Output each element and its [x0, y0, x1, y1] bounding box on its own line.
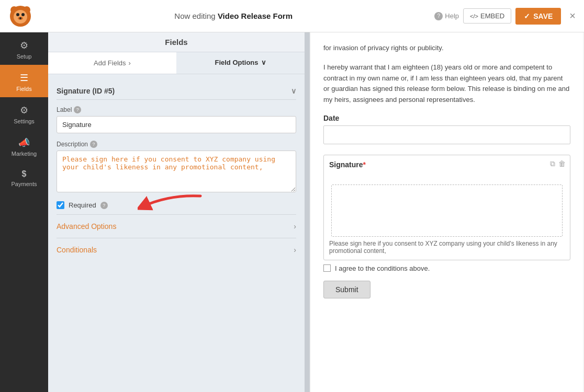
setup-icon: ⚙ — [20, 40, 28, 51]
conditionals-label: Conditionals — [57, 246, 97, 254]
required-checkbox[interactable] — [57, 201, 64, 209]
svg-point-5 — [21, 13, 25, 16]
sidebar-label-fields: Fields — [16, 86, 31, 92]
description-textarea[interactable]: Please sign here if you consent to XYZ c… — [57, 151, 296, 192]
label-field-group: Label ? — [57, 106, 296, 133]
save-button[interactable]: ✓ SAVE — [515, 8, 561, 25]
signature-section-header: Signature (ID #5) ∨ — [57, 83, 296, 100]
main-layout: ⚙ Setup ☰ Fields ⚙ Settings 📣 Marketing … — [0, 32, 584, 392]
preview-agree-checkbox[interactable] — [323, 264, 331, 272]
tab-field-options[interactable]: Field Options ∨ — [176, 52, 305, 74]
save-label: SAVE — [533, 12, 553, 20]
sidebar-label-marketing: Marketing — [12, 151, 37, 157]
sidebar-item-setup[interactable]: ⚙ Setup — [0, 32, 48, 65]
fields-header-title: Fields — [165, 38, 187, 47]
close-button[interactable]: × — [569, 10, 576, 22]
trash-icon[interactable]: 🗑 — [558, 159, 566, 168]
header-title: Now editing Video Release Form — [32, 11, 434, 20]
sidebar-item-fields[interactable]: ☰ Fields — [0, 65, 48, 97]
preview-signature-description: Please sign here if you consent to XYZ c… — [329, 240, 565, 255]
logo-bear — [8, 4, 32, 28]
required-checkbox-row: Required ? — [57, 201, 296, 209]
preview-submit-button[interactable]: Submit — [323, 281, 370, 298]
help-icon: ? — [434, 12, 443, 20]
copy-icon[interactable]: ⧉ — [550, 159, 555, 168]
required-help-icon[interactable]: ? — [100, 202, 108, 209]
preview-date-field: Date — [323, 114, 570, 144]
panel-divider[interactable] — [305, 32, 310, 392]
conditionals-toggle[interactable]: Conditionals › — [57, 246, 296, 254]
form-preview-inner: for invasion of privacy rights or public… — [311, 32, 583, 392]
settings-icon: ⚙ — [20, 105, 28, 116]
form-name: Video Release Form — [218, 11, 293, 20]
fields-icon: ☰ — [20, 72, 28, 84]
conditionals-chevron-icon: › — [294, 246, 296, 254]
tab-field-options-icon: ∨ — [261, 59, 266, 66]
label-text: Label — [57, 106, 72, 113]
signature-chevron-icon[interactable]: ∨ — [291, 87, 296, 95]
help-label: Help — [445, 12, 459, 20]
required-checkbox-label: Required — [69, 201, 96, 209]
header-right: ? Help </> EMBED ✓ SAVE × — [434, 8, 576, 25]
marketing-icon: 📣 — [18, 137, 30, 148]
embed-button[interactable]: </> EMBED — [463, 8, 511, 24]
payments-icon: $ — [22, 169, 27, 179]
sidebar-label-payments: Payments — [12, 181, 37, 187]
label-field-label: Label ? — [57, 106, 296, 113]
label-help-icon[interactable]: ? — [74, 106, 81, 113]
preview-agree-text: I agree to the conditions above. — [335, 264, 430, 272]
tab-field-options-label: Field Options — [215, 59, 258, 66]
description-field-group: Description ? Please sign here if you co… — [57, 141, 296, 194]
preview-signature-box: Signature* ⧉ 🗑 Please sign here if you c… — [323, 155, 570, 260]
form-preview: for invasion of privacy rights or public… — [310, 32, 584, 392]
preview-signature-draw-area[interactable] — [331, 185, 563, 237]
sidebar-nav: ⚙ Setup ☰ Fields ⚙ Settings 📣 Marketing … — [0, 32, 48, 392]
preview-agree-row: I agree to the conditions above. — [323, 264, 570, 272]
svg-point-4 — [16, 13, 19, 16]
conditionals-section: Conditionals › — [57, 238, 296, 261]
fields-panel: Fields Add Fields › Field Options ∨ Sign… — [48, 32, 305, 392]
preview-date-label: Date — [323, 114, 570, 122]
tab-add-fields[interactable]: Add Fields › — [48, 52, 176, 74]
embed-label: EMBED — [480, 12, 504, 20]
top-header: Now editing Video Release Form ? Help </… — [0, 0, 584, 32]
preview-signature-label-text: Signature* — [329, 160, 565, 169]
advanced-options-chevron-icon: › — [294, 222, 296, 230]
sidebar-label-setup: Setup — [17, 53, 32, 60]
description-help-icon[interactable]: ? — [90, 141, 97, 148]
preview-date-input[interactable] — [323, 125, 570, 144]
sidebar-item-marketing[interactable]: 📣 Marketing — [0, 130, 48, 162]
advanced-options-toggle[interactable]: Advanced Options › — [57, 222, 296, 230]
label-input[interactable] — [57, 116, 296, 133]
advanced-options-label: Advanced Options — [57, 222, 116, 230]
description-text: Description — [57, 141, 88, 148]
tab-add-fields-icon: › — [129, 59, 131, 67]
sidebar-item-settings[interactable]: ⚙ Settings — [0, 97, 48, 130]
description-label: Description ? — [57, 141, 296, 148]
red-arrow-indicator — [138, 192, 206, 221]
preview-sig-label: Signature — [329, 160, 363, 169]
preview-body-text-2: I hereby warrant that I am eighteen (18)… — [323, 62, 570, 106]
help-button[interactable]: ? Help — [434, 12, 459, 20]
tab-add-fields-label: Add Fields — [94, 59, 126, 67]
checkmark-icon: ✓ — [524, 12, 530, 20]
svg-point-7 — [19, 17, 21, 19]
sidebar-label-settings: Settings — [14, 118, 35, 124]
header-left — [8, 4, 32, 28]
required-asterisk: * — [363, 160, 366, 169]
required-row-wrapper: Required ? — [57, 201, 296, 209]
fields-panel-header: Fields — [48, 32, 305, 52]
editing-label: Now editing — [174, 11, 215, 20]
fields-content: Signature (ID #5) ∨ Label ? Description … — [48, 74, 305, 392]
signature-section-title: Signature (ID #5) — [57, 87, 115, 95]
sidebar-item-payments[interactable]: $ Payments — [0, 162, 48, 192]
preview-signature-actions: ⧉ 🗑 — [550, 159, 566, 168]
preview-body-text: for invasion of privacy rights or public… — [323, 43, 570, 54]
embed-code-icon: </> — [470, 13, 478, 19]
fields-tabs: Add Fields › Field Options ∨ — [48, 52, 305, 74]
